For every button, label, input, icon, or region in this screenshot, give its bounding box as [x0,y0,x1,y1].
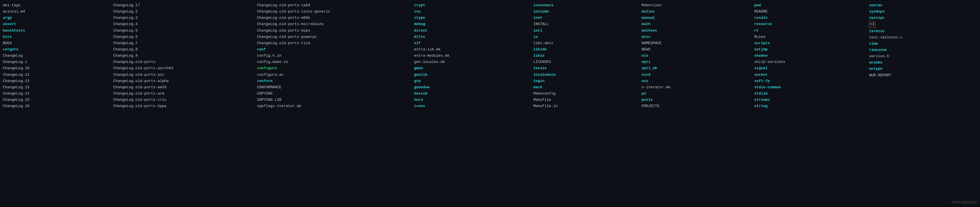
list-item: manual [641,15,745,21]
list-item: nis [641,53,745,59]
list-item: conf [257,47,405,53]
list-item: nss [641,78,745,84]
list-item: include [533,8,633,15]
list-item: bits [3,34,104,40]
list-item: time [869,41,977,47]
list-item: ChangeLog.14 [3,91,104,97]
list-item: ChangeLog.17 [113,2,248,8]
list-item: misc [641,34,745,40]
list-item: Makerules [641,2,745,8]
list-item: soft-fp [754,78,860,84]
list-item: ChangeLog.13 [3,84,104,91]
list-item: setjmp [754,47,860,53]
column-8: sunrpcsysdepssysvipct3termiostest-skelet… [869,2,977,79]
list-item: extra-modules.mk [414,53,524,59]
list-item: scripts [754,40,860,47]
t3-boxed-item: t3 [869,21,875,27]
list-item: locale [533,65,633,71]
list-item: ChangeLog.old-ports-ia64 [257,2,405,8]
watermark: CSDN @的没层布 [952,200,977,205]
list-item: posix [641,97,745,103]
list-item: ctype [414,15,524,21]
list-item: ChangeLog.10 [3,65,104,71]
column-2: ChangeLog.17ChangeLog.2ChangeLog.3Change… [113,2,248,109]
list-item: ChangeLog.old-ports-mips [257,27,405,34]
list-item: WUR-REPORT [869,72,977,79]
list-item: socket [754,72,860,78]
list-item: Makeconfig [533,91,633,97]
list-item: ChangeLog.5 [113,27,248,34]
list-item: Makefile [533,97,633,103]
list-item: ChangeLog.1 [3,59,104,65]
list-item: dlfcn [414,34,524,40]
list-item: wctype [869,66,977,72]
list-item: timezone [869,47,977,53]
list-item: ChangeLog.old-ports-powerpc [257,34,405,40]
list-item: hesiod [414,91,524,97]
list-item: ChangeLog.old-ports-tile [257,40,405,47]
list-item: streams [754,97,860,103]
list-item: shadow [754,53,860,59]
list-item: stdlib [754,91,860,97]
list-item: gen-locales.mk [414,59,524,65]
list-item: localedata [533,72,633,78]
list-item: grp [414,78,524,84]
list-item: t3 [869,21,977,28]
list-item: intl [533,27,633,34]
list-item: io [533,34,633,40]
list-item: README [754,8,860,15]
list-item: assert [3,21,104,27]
list-item: aclocal.m4 [3,8,104,15]
list-item: ChangeLog.old-ports-hppa [113,103,248,109]
list-item: extra-lib.mk [414,47,524,53]
list-item: LICENSES [533,59,633,65]
list-item: COPYING.LIB [257,97,405,103]
list-item: cppflags-iterator.mk [257,103,405,109]
list-item: NAMESPACE [641,40,745,47]
list-item: string [754,103,860,109]
list-item: resolv [754,15,860,21]
list-item: ChangeLog.old-ports-aarch64 [113,65,248,71]
list-item: ChangeLog [3,53,104,59]
list-item: ChangeLog.3 [113,15,248,21]
list-item: Makefile.in [533,103,633,109]
list-item: ChangeLog.old-ports-microblaze [257,21,405,27]
list-item: malloc [641,8,745,15]
list-item: crypt [414,2,524,8]
list-item: mathvec [641,27,745,34]
list-item: dirent [414,27,524,34]
list-item: ChangeLog.7 [113,40,248,47]
list-item: ChangeLog.8 [113,47,248,53]
list-item: gshadow [414,84,524,91]
list-item: nscd [641,72,745,78]
list-item: INSTALL [533,21,633,27]
list-item: ChangeLog.old-ports-arm [113,91,248,97]
list-item: elf [414,40,524,47]
list-item: abi-tags [3,2,104,8]
list-item: COPYING [257,91,405,97]
list-item: CONFORMANCE [257,84,405,91]
list-item: configure [257,65,405,71]
list-item: config.make.in [257,59,405,65]
list-item: libio [533,53,633,59]
column-6: MakerulesmallocmanualmathmathvecmiscNAME… [641,2,745,109]
list-item: debug [414,21,524,27]
list-item: test-skeleton.c [869,34,977,41]
list-item: nptl [641,59,745,65]
column-4: cryptcsuctypedebugdirentdlfcnelfextra-li… [414,2,524,109]
list-item: po [641,91,745,97]
list-item: inet [533,15,633,21]
list-item: ChangeLog.old-ports [113,59,248,65]
list-item: mach [533,84,633,91]
list-item: ChangeLog.12 [3,78,104,84]
list-item: iconvdata [533,2,633,8]
list-item: configure.ac [257,72,405,78]
list-item: ChangeLog.old-ports-cris [113,97,248,103]
column-3: ChangeLog.old-ports-ia64ChangeLog.old-po… [257,2,405,109]
column-7: pwdREADMEresolvresourcertRulesscriptsset… [754,2,860,109]
list-item: ChangeLog.9 [113,53,248,59]
list-item: sysdeps [869,8,977,15]
list-item: ChangeLog.16 [3,103,104,109]
list-item: wcsmbs [869,59,977,66]
list-item: shlib-versions [754,59,860,65]
